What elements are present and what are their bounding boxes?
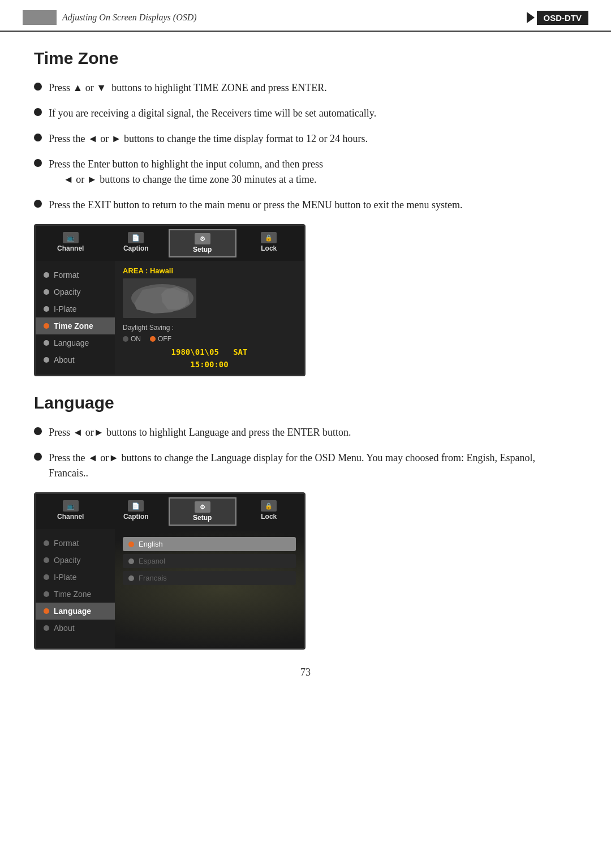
osd-lang-body: Format Opacity I-Plate Time Zone Languag… — [36, 529, 304, 648]
header-left: Adjusting On Screen Displays (OSD) — [23, 10, 197, 25]
osd-menu-label: Channel — [57, 513, 84, 521]
sidebar-dot-icon — [44, 591, 49, 597]
osd-screenshot-timezone: 📺 Channel 📄 Caption ⚙ Setup 🔒 Lock — [34, 224, 306, 376]
main-content: Time Zone Press ▲ or ▼ buttons to highli… — [0, 49, 611, 712]
osd-body-timezone: Format Opacity I-Plate Time Zone Languag… — [36, 261, 304, 375]
bullet-dot-icon — [34, 159, 42, 167]
sidebar-label: I-Plate — [54, 304, 76, 313]
channel-icon-2: 📺 — [63, 500, 79, 512]
osd-map — [123, 278, 196, 318]
osd-lang-item-timezone: Time Zone — [36, 586, 115, 603]
list-item: Press ◄ or► buttons to highlight Languag… — [34, 425, 577, 440]
lang-option-label: English — [139, 540, 163, 548]
osd-toggle-on: ON — [123, 335, 141, 343]
header-section-label: Adjusting On Screen Displays (OSD) — [62, 12, 197, 23]
setup-icon: ⚙ — [195, 233, 210, 244]
osd-lang-item-format: Format — [36, 535, 115, 552]
sidebar-label: About — [54, 624, 75, 633]
osd-menu-bar: 📺 Channel 📄 Caption ⚙ Setup 🔒 Lock — [36, 226, 304, 261]
setup-icon-2: ⚙ — [195, 501, 210, 513]
sidebar-dot-icon — [44, 289, 49, 295]
page-header: Adjusting On Screen Displays (OSD) OSD-D… — [0, 0, 611, 32]
sidebar-label: Time Zone — [54, 590, 91, 599]
bullet-text: Press the ◄ or► buttons to change the La… — [49, 450, 577, 481]
osd-menu-label: Caption — [123, 513, 149, 521]
osd-item-opacity: Opacity — [36, 283, 115, 300]
caption-icon-2: 📄 — [128, 500, 144, 512]
osd-daylight-label: Daylight Saving : — [123, 324, 296, 332]
lang-option-label: Espanol — [139, 557, 165, 565]
sidebar-dot-icon — [44, 540, 49, 546]
bullet-dot-icon — [34, 134, 42, 141]
osd-timezone-content: AREA : Hawaii Daylight Saving : ON — [115, 261, 304, 375]
lock-icon-2: 🔒 — [261, 500, 277, 512]
osd-lang-item-language: Language — [36, 603, 115, 620]
sidebar-label: Language — [54, 338, 89, 347]
osd-menu-label: Lock — [261, 244, 277, 252]
bullet-text: Press the Enter button to highlight the … — [49, 157, 577, 187]
sidebar-dot-icon — [44, 557, 49, 563]
osd-menu-lock-2: 🔒 Lock — [236, 497, 302, 526]
toggle-on-dot — [123, 336, 128, 342]
bullet-dot-icon — [34, 453, 42, 461]
triangle-icon — [527, 12, 535, 23]
osd-menu-label: Channel — [57, 244, 84, 252]
caption-icon: 📄 — [128, 232, 144, 243]
sidebar-dot-icon — [44, 272, 49, 278]
lock-icon: 🔒 — [261, 232, 277, 243]
usa-map-svg — [123, 278, 196, 318]
bullet-text: Press ◄ or► buttons to highlight Languag… — [49, 425, 577, 440]
osd-menu-setup-2: ⚙ Setup — [169, 497, 236, 526]
osd-item-iplate: I-Plate — [36, 300, 115, 317]
osd-menu-caption-2: 📄 Caption — [104, 497, 169, 526]
osd-menu-channel: 📺 Channel — [38, 229, 104, 257]
osd-item-format: Format — [36, 267, 115, 283]
sidebar-dot-icon — [44, 574, 49, 580]
osd-item-timezone: Time Zone — [36, 317, 115, 334]
osd-sidebar: Format Opacity I-Plate Time Zone Languag… — [36, 261, 115, 375]
list-item: Press the ◄ or ► buttons to change the t… — [34, 131, 577, 147]
language-title: Language — [34, 393, 577, 412]
osd-date-display: 1980\01\05 SAT — [123, 347, 296, 356]
list-item: If you are receiving a digital signal, t… — [34, 106, 577, 121]
bullet-text: If you are receiving a digital signal, t… — [49, 106, 577, 121]
list-item: Press the EXIT button to return to the m… — [34, 197, 577, 213]
osd-time-display: 15:00:00 — [123, 360, 296, 369]
osd-menu-channel-2: 📺 Channel — [38, 497, 104, 526]
bullet-text: Press ▲ or ▼ buttons to highlight TIME Z… — [49, 80, 577, 96]
bullet-dot-icon — [34, 83, 42, 91]
osd-menu-bar-2: 📺 Channel 📄 Caption ⚙ Setup 🔒 Lock — [36, 494, 304, 529]
bullet-text: Press the EXIT button to return to the m… — [49, 197, 577, 213]
osd-lang-item-about: About — [36, 620, 115, 637]
list-item: Press the ◄ or► buttons to change the La… — [34, 450, 577, 481]
bullet-dot-icon — [34, 200, 42, 208]
osd-menu-label: Setup — [193, 514, 212, 522]
toggle-off-dot — [150, 336, 156, 342]
timezone-title: Time Zone — [34, 49, 577, 68]
osd-toggle-off: OFF — [150, 335, 171, 343]
list-item: Press ▲ or ▼ buttons to highlight TIME Z… — [34, 80, 577, 96]
language-bullet-list: Press ◄ or► buttons to highlight Languag… — [34, 425, 577, 481]
sidebar-dot-icon — [44, 323, 49, 329]
lang-dot-icon — [128, 575, 134, 581]
lang-option-label: Francais — [139, 574, 167, 582]
osd-toggle: ON OFF — [123, 335, 296, 343]
sidebar-label: Opacity — [54, 287, 80, 297]
osd-area-label: AREA : Hawaii — [123, 267, 296, 275]
osd-lang-options: English Espanol Francais — [115, 529, 304, 648]
header-gray-block — [23, 10, 57, 25]
osd-lang-item-iplate: I-Plate — [36, 569, 115, 586]
sidebar-label: Format — [54, 539, 79, 548]
sidebar-label: I-Plate — [54, 573, 76, 582]
sidebar-label: Language — [54, 607, 91, 616]
osd-screenshot-language: 📺 Channel 📄 Caption ⚙ Setup 🔒 Lock — [34, 492, 306, 650]
osd-item-about: About — [36, 351, 115, 368]
sidebar-dot-icon — [44, 306, 49, 312]
osd-lang-english: English — [123, 537, 296, 551]
osd-menu-setup: ⚙ Setup — [169, 229, 236, 257]
timezone-bullet-list: Press ▲ or ▼ buttons to highlight TIME Z… — [34, 80, 577, 213]
bullet-dot-icon — [34, 108, 42, 116]
bullet-text: Press the ◄ or ► buttons to change the t… — [49, 131, 577, 147]
osd-lang-sidebar: Format Opacity I-Plate Time Zone Languag… — [36, 529, 115, 648]
sidebar-label: Format — [54, 270, 79, 280]
